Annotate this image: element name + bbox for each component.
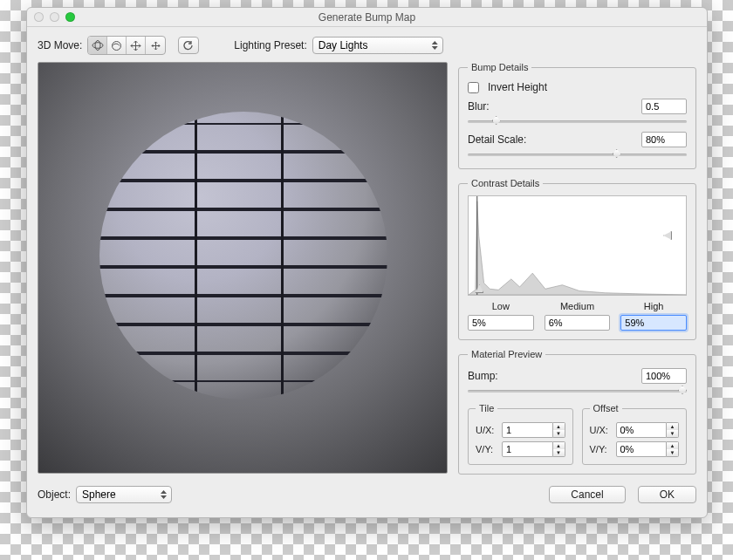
invert-height-label: Invert Height <box>488 81 547 93</box>
ok-button[interactable]: OK <box>638 486 696 503</box>
material-preview-group: Material Preview Bump: Tile U/X: <box>458 349 696 475</box>
bump-details-group: Bump Details Invert Height Blur: Detail … <box>458 62 696 169</box>
tile-ux-stepper[interactable]: ▲▼ <box>553 422 565 438</box>
offset-ux-field[interactable] <box>616 422 668 438</box>
detail-scale-slider-thumb[interactable] <box>613 149 621 158</box>
preview-viewport[interactable] <box>38 62 448 474</box>
pan-icon[interactable] <box>127 37 146 54</box>
move-icon[interactable] <box>146 37 165 54</box>
offset-vy-stepper[interactable]: ▲▼ <box>667 441 679 457</box>
medium-label: Medium <box>545 301 611 311</box>
high-label: High <box>620 301 687 311</box>
window-title: Generate Bump Map <box>319 11 415 24</box>
bump-slider[interactable] <box>468 386 687 396</box>
maximize-icon[interactable] <box>65 12 75 22</box>
material-preview-legend: Material Preview <box>468 349 545 359</box>
tile-vy-label: V/Y: <box>476 444 498 454</box>
tile-ux-label: U/X: <box>476 425 498 435</box>
dialog-window: Generate Bump Map 3D Move: <box>26 7 708 518</box>
tile-vy-stepper[interactable]: ▲▼ <box>553 441 565 457</box>
tile-legend: Tile <box>476 403 497 413</box>
contrast-details-group: Contrast Details Low <box>458 178 696 340</box>
tile-vy-field[interactable] <box>502 441 553 457</box>
orbit-icon[interactable] <box>88 37 107 54</box>
offset-legend: Offset <box>590 403 622 413</box>
offset-vy-field[interactable] <box>616 441 668 457</box>
blur-field[interactable] <box>641 99 687 114</box>
bump-slider-thumb[interactable] <box>678 386 687 394</box>
contrast-details-legend: Contrast Details <box>468 178 543 188</box>
offset-ux-stepper[interactable]: ▲▼ <box>667 422 679 438</box>
lighting-preset-select[interactable]: Day Lights <box>312 37 443 54</box>
rotate-icon[interactable] <box>107 37 127 54</box>
object-label: Object: <box>38 488 71 501</box>
lighting-label: Lighting Preset: <box>234 39 306 51</box>
bump-label: Bump: <box>468 370 498 382</box>
cancel-button[interactable]: Cancel <box>549 486 625 503</box>
invert-height-checkbox[interactable] <box>468 82 479 93</box>
blur-slider[interactable] <box>468 116 687 126</box>
blur-label: Blur: <box>468 100 490 113</box>
preview-sphere <box>99 112 387 400</box>
titlebar: Generate Bump Map <box>27 8 707 27</box>
bump-details-legend: Bump Details <box>468 62 531 72</box>
offset-group: Offset U/X: ▲▼ V/Y: ▲▼ <box>582 403 688 465</box>
reset-button[interactable] <box>178 37 199 54</box>
tile-ux-field[interactable] <box>502 422 553 438</box>
high-field[interactable] <box>620 315 687 331</box>
svg-point-1 <box>95 41 100 51</box>
close-icon[interactable] <box>34 12 44 22</box>
minimize-icon[interactable] <box>50 12 59 22</box>
bump-field[interactable] <box>641 368 687 384</box>
histogram[interactable] <box>468 195 687 296</box>
orbit-tool-group <box>87 36 166 55</box>
detail-scale-label: Detail Scale: <box>468 133 526 146</box>
offset-vy-label: V/Y: <box>590 444 613 454</box>
object-select[interactable]: Sphere <box>76 486 172 503</box>
detail-scale-slider[interactable] <box>468 149 687 160</box>
detail-scale-field[interactable] <box>641 132 687 147</box>
svg-point-0 <box>92 43 103 49</box>
offset-ux-label: U/X: <box>590 425 613 435</box>
low-label: Low <box>468 301 534 311</box>
move-label: 3D Move: <box>38 39 82 51</box>
tile-group: Tile U/X: ▲▼ V/Y: ▲▼ <box>468 403 573 465</box>
medium-field[interactable] <box>545 315 611 331</box>
blur-slider-thumb[interactable] <box>492 116 501 125</box>
low-field[interactable] <box>468 315 534 331</box>
